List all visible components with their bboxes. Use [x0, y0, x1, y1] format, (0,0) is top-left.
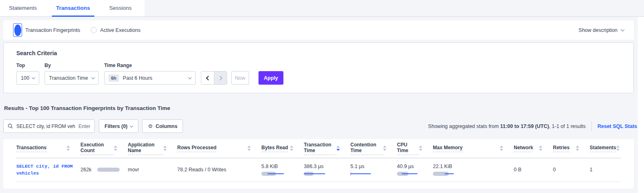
max-memory-bar — [433, 172, 464, 176]
toolbar-right: Showing aggregated stats from 11:00 to 1… — [428, 121, 637, 132]
gear-icon: ⚙ — [148, 123, 153, 129]
table-row: SELECT city, id FROM vehicles 262k movr … — [16, 158, 621, 182]
sort-icon[interactable] — [290, 146, 293, 151]
column-header-contention-time[interactable]: Contention Time — [350, 139, 397, 158]
radio-label: Active Executions — [100, 27, 140, 33]
column-header-cpu-time[interactable]: CPU Time — [397, 139, 433, 158]
time-range-value: Past 6 Hours — [123, 75, 189, 81]
apply-button[interactable]: Apply — [258, 71, 283, 85]
chevron-down-icon — [91, 76, 95, 79]
sort-icon[interactable] — [616, 146, 619, 151]
contention-time-cell: 5.1 µs — [350, 164, 397, 176]
view-mode-radio-group: Transaction Fingerprints Active Executio… — [13, 23, 140, 37]
cpu-time-bar — [397, 172, 428, 176]
prev-time-range-button[interactable] — [201, 72, 214, 84]
radio-selected-icon[interactable] — [13, 23, 22, 37]
sort-icon[interactable] — [114, 146, 117, 151]
column-header-bytes-read[interactable]: Bytes Read — [261, 139, 304, 158]
top-select-value: 100 — [21, 75, 29, 81]
sort-icon[interactable] — [163, 146, 167, 151]
search-box[interactable]: Enter — [3, 119, 95, 133]
chevron-down-icon — [130, 124, 133, 127]
execution-count-bar — [97, 168, 120, 172]
transaction-time-cell: 386.3 µs — [304, 164, 350, 176]
execution-count-cell: 262k — [80, 167, 128, 173]
bytes-read-bar — [261, 172, 292, 176]
now-button[interactable]: Now — [231, 71, 249, 85]
filters-label: Filters (0) — [105, 123, 127, 129]
column-header-max-memory[interactable]: Max Memory — [433, 139, 514, 158]
by-label: By — [45, 63, 99, 68]
sort-icon[interactable] — [419, 146, 422, 151]
chevron-left-icon — [206, 76, 210, 80]
statements-value: 1 — [590, 167, 593, 173]
next-time-range-button[interactable] — [214, 72, 227, 84]
column-header-transactions[interactable]: Transactions — [16, 139, 80, 158]
contention-time-bar — [350, 172, 381, 176]
column-header-retries[interactable]: Retries — [553, 139, 590, 158]
column-header-execution-count[interactable]: Execution Count — [80, 139, 128, 158]
transaction-time-bar — [304, 172, 334, 176]
columns-label: Columns — [156, 123, 177, 129]
vertical-divider — [591, 121, 592, 132]
radio-label: Transaction Fingerprints — [25, 27, 80, 33]
transaction-fingerprint-link[interactable]: SELECT city, id FROM vehicles — [16, 163, 78, 177]
aggregated-stats-text: Showing aggregated stats from 11:00 to 1… — [428, 123, 586, 129]
column-header-rows-processed[interactable]: Rows Processed — [177, 139, 261, 158]
view-mode-bar: Transaction Fingerprints Active Executio… — [3, 20, 634, 40]
transactions-table-card: Transactions Execution Count Application… — [3, 139, 634, 189]
search-input[interactable] — [16, 123, 75, 129]
column-header-network[interactable]: Network — [514, 139, 553, 158]
filters-button[interactable]: Filters (0) — [99, 119, 138, 133]
sort-icon[interactable] — [576, 146, 579, 151]
sort-icon[interactable] — [67, 146, 70, 151]
column-header-application-name[interactable]: Application Name — [128, 139, 177, 158]
sort-icon[interactable] — [383, 146, 386, 151]
bytes-read-cell: 5.8 KiB — [261, 164, 304, 176]
chevron-right-icon — [218, 76, 222, 80]
top-field: Top 100 — [16, 63, 39, 85]
tab-group: Statements Transactions Sessions — [0, 0, 145, 16]
tab-statements[interactable]: Statements — [5, 0, 41, 17]
time-range-field: Time Range 6h Past 6 Hours — [104, 63, 196, 85]
top-select[interactable]: 100 — [16, 71, 39, 85]
tab-sessions[interactable]: Sessions — [105, 0, 136, 17]
sort-icon[interactable] — [247, 146, 251, 151]
radio-active-executions[interactable]: Active Executions — [91, 27, 140, 33]
by-select[interactable]: Transaction Time — [45, 71, 99, 85]
by-select-value: Transaction Time — [49, 75, 88, 81]
radio-unselected-icon[interactable] — [91, 27, 97, 33]
chevron-down-icon — [621, 27, 625, 31]
reset-sql-stats-link[interactable]: Reset SQL Stats — [597, 123, 637, 129]
rows-processed-value: 78.2 Reads / 0 Writes — [177, 167, 226, 173]
time-range-select[interactable]: 6h Past 6 Hours — [104, 71, 196, 85]
column-header-statements[interactable]: Statements — [590, 139, 621, 158]
column-header-transaction-time[interactable]: Transaction Time — [304, 139, 350, 158]
max-memory-cell: 22.1 KiB — [433, 164, 514, 176]
scrollbar-track[interactable] — [638, 17, 644, 193]
sort-icon[interactable] — [500, 146, 503, 151]
search-criteria-title: Search Criteria — [16, 50, 621, 56]
show-description-label: Show description — [579, 27, 617, 33]
radio-transaction-fingerprints[interactable]: Transaction Fingerprints — [13, 23, 80, 37]
enter-hint: Enter — [78, 123, 90, 129]
chevron-down-icon — [188, 76, 192, 79]
table-header-row: Transactions Execution Count Application… — [16, 139, 621, 158]
top-label: Top — [16, 63, 39, 68]
results-toolbar: Enter Filters (0) ⚙ Columns Showing aggr… — [3, 119, 637, 133]
tab-bar: Statements Transactions Sessions — [0, 0, 644, 17]
transactions-table: Transactions Execution Count Application… — [16, 139, 621, 182]
sort-icon[interactable] — [539, 146, 542, 151]
tab-transactions[interactable]: Transactions — [52, 0, 94, 17]
chevron-down-icon — [32, 76, 35, 79]
columns-button[interactable]: ⚙ Columns — [142, 119, 183, 133]
retries-value: 0 — [553, 167, 556, 173]
time-range-badge: 6h — [109, 74, 119, 82]
application-name-value: movr — [128, 167, 139, 173]
time-range-label: Time Range — [104, 63, 196, 68]
cpu-time-cell: 40.9 µs — [397, 164, 433, 176]
results-heading: Results - Top 100 Transaction Fingerprin… — [4, 105, 644, 111]
show-description-toggle[interactable]: Show description — [579, 27, 624, 33]
sort-icon-active[interactable] — [336, 146, 340, 151]
stats-time-range: 11:00 to 17:59 (UTC) — [500, 123, 549, 129]
